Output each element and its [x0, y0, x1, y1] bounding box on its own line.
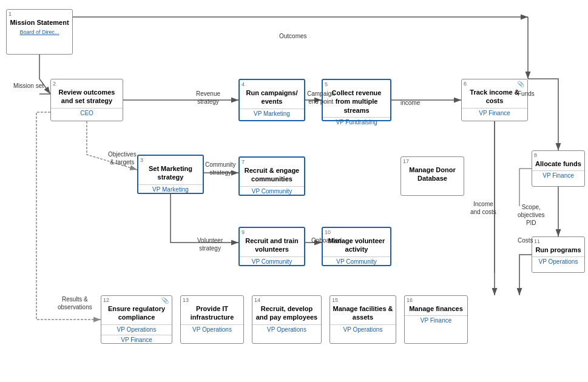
- lbl-income: income: [400, 99, 420, 107]
- lbl-obj-targets: Objectives & targets: [108, 150, 137, 166]
- lbl-results: Results & observations: [58, 295, 92, 311]
- lbl-onboarded: Onboarded: [311, 236, 342, 244]
- node-num-n3: 3: [140, 157, 143, 163]
- node-n6[interactable]: 6📎Track income & costsVP Finance: [461, 79, 528, 121]
- node-num-n9: 9: [242, 229, 245, 235]
- lbl-outcomes: Outcomes: [279, 32, 307, 40]
- lbl-revenue: Revenue strategy: [196, 90, 220, 106]
- node-title-n1: Mission Statement: [7, 16, 72, 28]
- node-n13[interactable]: 13Provide IT infrastructureVP Operations: [180, 295, 244, 344]
- lbl-community: Community strategy: [205, 161, 236, 176]
- node-num-n12: 12: [103, 297, 109, 303]
- node-n10[interactable]: 10Manage volunteer activityVP Community: [322, 227, 391, 266]
- node-title-n12: Ensure regulatory compliance: [101, 302, 172, 323]
- diagram-container: 1Mission StatementBoard of Direc...2Revi…: [0, 0, 588, 382]
- node-title-n3: Set Marketing strategy: [138, 162, 203, 183]
- lbl-campaign-end: Campaign end point: [307, 90, 335, 106]
- node-subtitle2-n12: VP Finance: [101, 335, 172, 344]
- node-num-n1: 1: [8, 11, 12, 17]
- node-subtitle-n15: VP Operations: [330, 324, 396, 335]
- node-title-n13: Provide IT infrastructure: [181, 302, 243, 323]
- node-subtitle-n13: VP Operations: [181, 324, 243, 335]
- node-subtitle-n2: CEO: [51, 108, 123, 118]
- node-n11[interactable]: 11Run programsVP Operations: [532, 236, 585, 273]
- node-n14[interactable]: 14Recruit, develop and pay employeesVP O…: [252, 295, 322, 344]
- clip-icon-n12: 📎: [161, 297, 169, 304]
- node-num-n8: 8: [534, 152, 537, 158]
- node-num-n16: 16: [407, 297, 413, 303]
- node-title-n8: Allocate funds: [532, 157, 584, 169]
- node-n15[interactable]: 15Manage facilities & assetsVP Operation…: [329, 295, 396, 344]
- node-title-n11: Run programs: [532, 243, 584, 255]
- clip-icon-n6: 📎: [517, 81, 524, 87]
- node-num-n17: 17: [403, 158, 409, 164]
- node-n7[interactable]: 7Recruit & engage communitiesVP Communit…: [238, 156, 305, 196]
- node-n9[interactable]: 9Recruit and train volunteersVP Communit…: [238, 227, 305, 266]
- node-subtitle-n11: VP Operations: [532, 256, 584, 267]
- lbl-mission-set: Mission set: [13, 82, 44, 90]
- lbl-scope: Scope, objectives PID: [518, 203, 544, 227]
- node-subtitle-n7: VP Community: [240, 186, 304, 196]
- node-n12[interactable]: 12📎Ensure regulatory complianceVP Operat…: [101, 295, 172, 344]
- node-subtitle-n10: VP Community: [323, 256, 390, 267]
- node-num-n6: 6: [464, 81, 467, 87]
- lbl-volunteer: Volunteer strategy: [197, 236, 223, 252]
- node-num-n5: 5: [325, 81, 328, 87]
- node-num-n14: 14: [254, 297, 260, 303]
- node-title-n16: Manage finances: [405, 302, 467, 314]
- lbl-income-costs: Income and costs: [470, 200, 496, 216]
- node-n2[interactable]: 2Review outcomes and set strategyCEO: [50, 79, 123, 121]
- lbl-costs: Costs: [518, 236, 533, 244]
- node-num-n7: 7: [242, 159, 245, 165]
- node-num-n15: 15: [332, 297, 338, 303]
- node-title-n4: Run campaigns/ events: [240, 86, 304, 107]
- node-n17[interactable]: 17Manage Donor Database: [400, 156, 464, 196]
- node-num-n4: 4: [242, 81, 245, 87]
- node-subtitle-n9: VP Community: [240, 256, 304, 267]
- node-num-n11: 11: [534, 238, 540, 244]
- node-title-n9: Recruit and train volunteers: [240, 234, 304, 255]
- node-subtitle-n4: VP Marketing: [240, 109, 304, 119]
- node-subtitle-n8: VP Finance: [532, 170, 584, 181]
- node-n8[interactable]: 8Allocate fundsVP Finance: [532, 150, 585, 187]
- node-subtitle-n12: VP Operations: [101, 324, 172, 335]
- node-title-n7: Recruit & engage communities: [240, 164, 304, 185]
- node-n4[interactable]: 4Run campaigns/ eventsVP Marketing: [238, 79, 305, 121]
- node-n16[interactable]: 16Manage financesVP Finance: [404, 295, 468, 344]
- node-num-n10: 10: [325, 229, 331, 235]
- node-subtitle-n3: VP Marketing: [138, 184, 203, 195]
- node-title-n14: Recruit, develop and pay employees: [252, 302, 321, 323]
- node-subtitle-n6: VP Finance: [462, 108, 527, 118]
- node-title-n15: Manage facilities & assets: [330, 302, 396, 323]
- lbl-funds: Funds: [518, 90, 535, 98]
- node-n1[interactable]: 1Mission StatementBoard of Direc...: [6, 9, 73, 55]
- node-title-n17: Manage Donor Database: [401, 163, 464, 184]
- node-title-n2: Review outcomes and set strategy: [51, 85, 123, 107]
- node-num-n2: 2: [53, 81, 56, 87]
- node-link-n1[interactable]: Board of Direc...: [7, 28, 72, 36]
- node-subtitle-n16: VP Finance: [405, 315, 467, 326]
- node-num-n13: 13: [183, 297, 189, 303]
- node-n3[interactable]: 3Set Marketing strategyVP Marketing: [137, 155, 204, 194]
- node-subtitle-n5: VP Fundraising: [323, 117, 390, 127]
- node-subtitle-n14: VP Operations: [252, 324, 321, 335]
